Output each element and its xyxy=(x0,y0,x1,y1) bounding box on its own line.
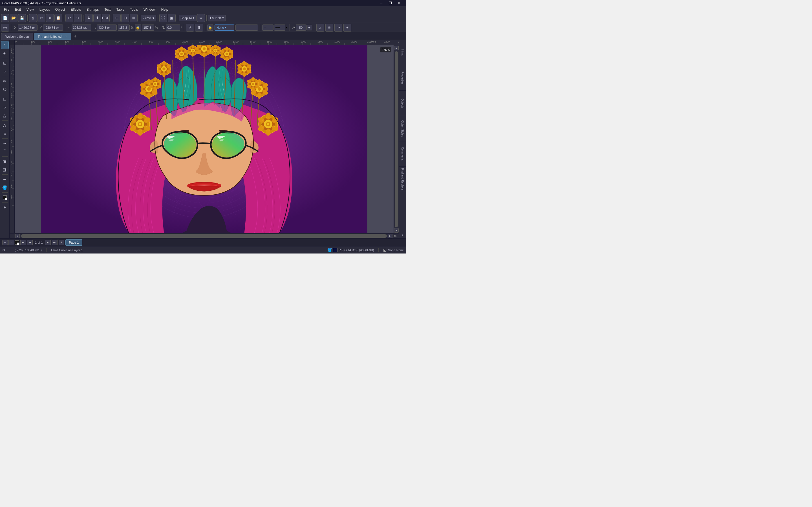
cut-btn[interactable]: ✂ xyxy=(38,14,45,22)
object-styles-tab[interactable]: Object Styles xyxy=(399,116,406,142)
num-input-50[interactable] xyxy=(296,24,306,31)
smart-fill-btn[interactable]: ⬡ xyxy=(1,86,9,93)
scroll-up-btn[interactable]: ▲ xyxy=(394,46,399,50)
zoom-corner-btn[interactable]: ⊕ xyxy=(393,233,398,238)
find-replace-tab[interactable]: Find and Replace xyxy=(399,167,406,192)
snap-to-dropdown[interactable]: Snap To ▾ xyxy=(179,15,197,21)
first-page-btn[interactable]: ⏮ xyxy=(20,240,26,245)
add-tool-btn[interactable]: + xyxy=(1,203,9,211)
h-scrollbar[interactable]: ◄ ► ⊕ xyxy=(10,233,399,238)
view-grid-btn[interactable]: ⊟ xyxy=(121,14,129,22)
undo-btn[interactable]: ↩ xyxy=(65,14,73,22)
node-shape-btn[interactable]: ◬ xyxy=(316,24,324,32)
paste-btn[interactable]: 📋 xyxy=(54,14,62,22)
menu-layout[interactable]: Layout xyxy=(37,7,52,12)
thin-pencil-btn[interactable]: ∕ xyxy=(8,240,14,245)
new-btn[interactable]: 📄 xyxy=(1,14,9,22)
page-1-tab[interactable]: Page 1 xyxy=(65,239,83,245)
canvas-area[interactable]: 276% xyxy=(15,45,394,233)
fill-btn[interactable]: 🪣 xyxy=(1,184,9,191)
panel-expand-btn[interactable]: + xyxy=(399,232,406,238)
effects-tool-btn[interactable]: ▣ xyxy=(1,158,9,165)
line-weight-btn[interactable]: ══ xyxy=(274,24,285,31)
redo-btn[interactable]: ↪ xyxy=(74,14,82,22)
objects-tab[interactable]: Objects xyxy=(399,91,406,116)
minimize-button[interactable]: ─ xyxy=(377,0,386,6)
scroll-down-btn[interactable]: ▼ xyxy=(394,228,399,233)
y-input[interactable] xyxy=(43,24,63,31)
zoom-dropdown[interactable]: 276% ▾ xyxy=(141,15,156,21)
menu-file[interactable]: File xyxy=(1,7,12,12)
open-btn[interactable]: 📂 xyxy=(10,14,17,22)
restore-button[interactable]: ❐ xyxy=(386,0,395,6)
save-btn[interactable]: 💾 xyxy=(18,14,26,22)
print-btn[interactable]: 🖨 xyxy=(29,14,37,22)
snap-settings-btn[interactable]: ⚙ xyxy=(197,14,205,22)
hints-tab[interactable]: Hints xyxy=(399,40,406,65)
scroll-right-btn[interactable]: ► xyxy=(388,234,393,238)
align-distribute-btn[interactable]: ⊟ xyxy=(325,24,333,32)
publish-pdf-btn[interactable]: PDF xyxy=(102,14,110,22)
menu-view[interactable]: View xyxy=(24,7,37,12)
tab-welcome-screen[interactable]: Welcome Screen xyxy=(1,33,33,40)
rotate-input[interactable] xyxy=(166,24,180,31)
view-layout-btn[interactable]: ⊞ xyxy=(113,14,121,22)
close-button[interactable]: ✕ xyxy=(395,0,404,6)
h-scroll-thumb[interactable] xyxy=(21,234,387,238)
scroll-left-btn[interactable]: ◄ xyxy=(15,234,20,238)
export-btn[interactable]: ⬆ xyxy=(93,14,101,22)
more-btn[interactable]: ⋯ xyxy=(335,24,342,32)
menu-tools[interactable]: Tools xyxy=(127,7,141,12)
select-all-btn[interactable]: ◈◈ xyxy=(1,24,9,32)
menu-object[interactable]: Object xyxy=(52,7,68,12)
color-box[interactable] xyxy=(15,240,19,245)
tab-close-icon[interactable]: ✕ xyxy=(65,35,67,38)
h-pct-input[interactable] xyxy=(142,24,154,31)
table-tool-btn[interactable]: ⊞ xyxy=(1,129,9,137)
x-input[interactable] xyxy=(18,24,38,31)
tab-add-button[interactable]: + xyxy=(72,33,79,40)
full-screen-btn[interactable]: ⛶ xyxy=(159,14,167,22)
menu-table[interactable]: Table xyxy=(113,7,127,12)
selection-tool-btn[interactable]: ↖ xyxy=(1,41,9,49)
dimension-tool-btn[interactable]: ↔ xyxy=(1,139,9,147)
prev-page-btn[interactable]: ◄ xyxy=(27,240,33,245)
properties-tab[interactable]: Properties xyxy=(399,65,406,91)
menu-bitmaps[interactable]: Bitmaps xyxy=(84,7,101,12)
tab-firman-hatibu[interactable]: Firman Hatibu.cdr ✕ xyxy=(34,33,71,40)
v-scrollbar[interactable]: ▲ ▼ xyxy=(394,45,399,233)
color-outline-btn[interactable] xyxy=(1,193,9,202)
add-panel-btn[interactable]: + xyxy=(343,24,351,32)
copy-btn[interactable]: ⧉ xyxy=(46,14,54,22)
color-bar[interactable] xyxy=(236,24,258,31)
comments-tab[interactable]: Comments xyxy=(399,142,406,167)
eyedropper-btn[interactable]: ✒ xyxy=(1,175,9,183)
last-page-btn[interactable]: ⏭ xyxy=(52,240,57,245)
rectangle-tool-btn[interactable]: □ xyxy=(1,95,9,103)
settings-icon[interactable]: ⚙ xyxy=(2,248,5,252)
pencil-tool-btn[interactable]: ✏ xyxy=(2,240,8,245)
menu-window[interactable]: Window xyxy=(141,7,158,12)
menu-edit[interactable]: Edit xyxy=(12,7,24,12)
text-tool-btn[interactable]: A xyxy=(1,121,9,129)
polygon-tool-btn[interactable]: △ xyxy=(1,112,9,119)
node-tool-btn[interactable]: ◈ xyxy=(1,49,9,57)
menu-text[interactable]: Text xyxy=(101,7,113,12)
mirror-v-btn[interactable]: ⇅ xyxy=(195,24,203,32)
mirror-h-btn[interactable]: ⇄ xyxy=(186,24,194,32)
next-page-btn[interactable]: ► xyxy=(45,240,51,245)
line-style-btn[interactable]: ─ xyxy=(262,24,273,31)
view-zoom-btn[interactable]: ⊠ xyxy=(130,14,138,22)
launch-dropdown[interactable]: Launch ▾ xyxy=(208,15,226,21)
w-pct-input[interactable] xyxy=(118,24,130,31)
freehand-tool-btn[interactable]: ✏ xyxy=(1,77,9,85)
menu-effects[interactable]: Effects xyxy=(68,7,84,12)
view-simple-btn[interactable]: ▣ xyxy=(168,14,175,22)
menu-help[interactable]: Help xyxy=(158,7,171,12)
h-input[interactable] xyxy=(97,24,117,31)
crop-tool-btn[interactable]: ⊡ xyxy=(1,59,9,67)
w-input[interactable] xyxy=(71,24,91,31)
transparency-btn[interactable]: ◨ xyxy=(1,166,9,173)
connector-tool-btn[interactable]: ⌒ xyxy=(1,148,9,156)
lock-btn2[interactable]: 🔒 xyxy=(207,24,213,31)
